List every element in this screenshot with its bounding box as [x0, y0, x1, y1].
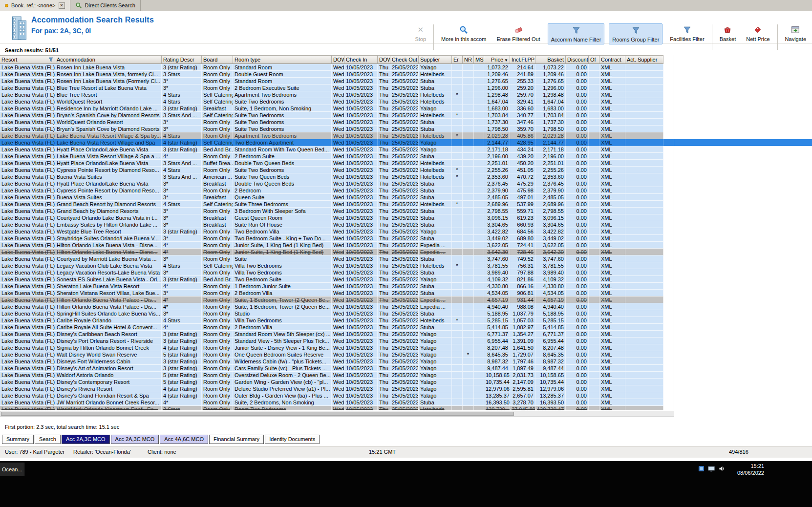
more-in-accom-button[interactable]: More in this accom — [438, 23, 489, 43]
table-row[interactable]: Lake Buena Vista (FL)Courtyard by Marrio… — [0, 255, 663, 262]
tab-direct-clients-search[interactable]: Direct Clients Search — [70, 0, 141, 11]
col-header-price[interactable]: Price▼ — [484, 55, 510, 64]
table-row[interactable]: Lake Buena Vista (FL)Bryan's Spanish Cov… — [0, 112, 663, 119]
nett-price-button[interactable]: Nett Price — [743, 23, 772, 43]
col-header-resort[interactable]: Resort — [0, 55, 55, 64]
col-header-dow-out[interactable]: DOW — [378, 55, 390, 64]
table-row[interactable]: Lake Buena Vista (FL)Buena Vista Suites3… — [0, 173, 663, 180]
col-header-discount[interactable]: Discount — [566, 55, 589, 64]
table-row[interactable]: Lake Buena Vista (FL)Disney's Contempora… — [0, 379, 663, 385]
tab-acc-4a6c-mco[interactable]: Acc 4A,6C MCO — [160, 435, 208, 444]
price-tag-icon — [753, 25, 762, 35]
table-row[interactable]: Lake Buena Vista (FL)Hyatt Place Orlando… — [0, 160, 663, 167]
erase-filtered-button[interactable]: Erase Filtered Out — [493, 23, 543, 43]
table-row[interactable]: Lake Buena Vista (FL)Hyatt Place Orlando… — [0, 146, 663, 153]
table-row[interactable]: Lake Buena Vista (FL)Sonesta ES Suites L… — [0, 276, 663, 283]
table-row[interactable]: Lake Buena Vista (FL)Lake Buena Vista Re… — [0, 139, 663, 146]
tray-app-icon[interactable] — [698, 465, 705, 472]
col-header-ms[interactable]: MS — [474, 55, 484, 64]
table-row[interactable]: Lake Buena Vista (FL)Disney's Caribbean … — [0, 331, 663, 338]
table-row[interactable]: Lake Buena Vista (FL)Grand Beach Resort … — [0, 201, 663, 208]
table-row[interactable]: Lake Buena Vista (FL)Hyatt Place Orlando… — [0, 180, 663, 187]
table-row[interactable]: Lake Buena Vista (FL)Sheraton Lake Buena… — [0, 283, 663, 290]
scrollbar-thumb[interactable] — [1, 412, 514, 416]
table-row[interactable]: Lake Buena Vista (FL)Signia by Hilton Or… — [0, 344, 663, 351]
table-row[interactable]: Lake Buena Vista (FL)Disneys Fort Wilder… — [0, 358, 663, 365]
taskbar-clock[interactable]: 15:21 08/06/2022 — [737, 463, 764, 477]
table-row[interactable]: Lake Buena Vista (FL)Disney's Port Orlea… — [0, 338, 663, 344]
table-row[interactable]: Lake Buena Vista (FL)Hilton Orlando Lake… — [0, 249, 663, 255]
taskbar-app-button[interactable]: Ocean... — [0, 463, 24, 476]
table-row[interactable]: Lake Buena Vista (FL)Hilton Orlando Buen… — [0, 296, 663, 303]
table-row[interactable]: Lake Buena Vista (FL)Courtyard Orlando L… — [0, 214, 663, 221]
table-row[interactable]: Lake Buena Vista (FL)Blue Tree Resort4 S… — [0, 91, 663, 98]
table-row[interactable]: Lake Buena Vista (FL)Waldorf Astoria Orl… — [0, 372, 663, 379]
table-row[interactable]: Lake Buena Vista (FL)Westgate Blue Tree … — [0, 228, 663, 235]
tab-booking-ref[interactable]: Book. ref.: <none> ✕ — [0, 0, 70, 11]
col-header-of[interactable]: Of — [589, 55, 599, 64]
table-row[interactable]: Lake Buena Vista (FL)Rosen Inn Lake Buen… — [0, 78, 663, 84]
table-row[interactable]: Lake Buena Vista (FL)Disney's Art of Ani… — [0, 365, 663, 372]
table-row[interactable]: Lake Buena Vista (FL)Cypress Pointe Reso… — [0, 167, 663, 173]
col-header-supplier[interactable]: Supplier — [419, 55, 452, 64]
tab-summary[interactable]: Summary — [2, 435, 34, 444]
tray-volume-icon[interactable] — [719, 465, 725, 472]
table-row[interactable]: Lake Buena Vista (FL)SpringHill Suites O… — [0, 310, 663, 317]
close-tab-icon[interactable]: ✕ — [59, 2, 65, 9]
table-row[interactable]: Lake Buena Vista (FL)Legacy Vacation Res… — [0, 269, 663, 276]
table-row[interactable]: Lake Buena Vista (FL)Disney's Grand Flor… — [0, 392, 663, 399]
table-row[interactable]: Lake Buena Vista (FL)Caribe Royale Orlan… — [0, 317, 663, 324]
col-header-check-out[interactable]: Check Out — [390, 55, 419, 64]
table-row[interactable]: Lake Buena Vista (FL)Walt Disney World S… — [0, 351, 663, 358]
tab-search[interactable]: Search — [35, 435, 61, 444]
col-header-er[interactable]: Er — [452, 55, 463, 64]
table-row[interactable]: Lake Buena Vista (FL)Caribe Royale All-S… — [0, 324, 663, 331]
table-row[interactable]: Lake Buena Vista (FL)Lake Buena Vista Re… — [0, 132, 663, 139]
col-header-room-type[interactable]: Room type — [233, 55, 332, 64]
table-row[interactable]: Lake Buena Vista (FL)WorldQuest Orlando … — [0, 119, 663, 126]
col-header-rating[interactable]: Rating Descr — [162, 55, 202, 64]
table-row[interactable]: Lake Buena Vista (FL)Rosen Inn Lake Buen… — [0, 71, 663, 78]
navigate-button[interactable]: Navigate — [782, 23, 809, 43]
table-row[interactable]: Lake Buena Vista (FL)Buena Vista Suites3… — [0, 194, 663, 201]
table-row[interactable]: Lake Buena Vista (FL)JW Marriott Orlando… — [0, 399, 663, 406]
table-row[interactable]: Lake Buena Vista (FL)Bryan's Spanish Cov… — [0, 126, 663, 132]
table-row[interactable]: Lake Buena Vista (FL)Staybridge Suites O… — [0, 235, 663, 242]
col-header-dow-in[interactable]: DOW — [332, 55, 344, 64]
column-filter-funnel-icon[interactable] — [48, 57, 53, 62]
col-header-contract[interactable]: Contract — [599, 55, 625, 64]
tab-identity-documents[interactable]: Identity Documents — [265, 435, 320, 444]
basket-button[interactable]: Basket — [717, 23, 739, 43]
table-row[interactable]: Lake Buena Vista (FL)Rosen Inn Lake Buen… — [0, 64, 663, 71]
col-header-accommodation[interactable]: Accommodation — [55, 55, 162, 64]
table-row[interactable]: Lake Buena Vista (FL)Cypress Pointe Reso… — [0, 187, 663, 194]
col-header-basket[interactable]: Basket — [535, 55, 566, 64]
table-row[interactable]: Lake Buena Vista (FL)Sheraton Vistana Re… — [0, 290, 663, 296]
col-header-nr[interactable]: NR — [463, 55, 474, 64]
horizontal-scrollbar[interactable] — [0, 411, 674, 417]
accomm-name-filter-button[interactable]: Accomm Name Filter — [548, 23, 605, 44]
tray-display-icon[interactable] — [708, 466, 715, 472]
rooms-group-filter-button[interactable]: Rooms Group Filter — [609, 23, 662, 44]
table-row[interactable]: Lake Buena Vista (FL)Residence Inn by Ma… — [0, 105, 663, 112]
table-row[interactable]: Lake Buena Vista (FL)Grand Beach by Diam… — [0, 208, 663, 214]
table-row[interactable]: Lake Buena Vista (FL)Disney's Riviera Re… — [0, 385, 663, 392]
col-header-board[interactable]: Board — [202, 55, 233, 64]
tab-acc-2a3c-mco[interactable]: Acc 2A,3C MCO — [111, 435, 159, 444]
tab-financial-summary[interactable]: Financial Summary — [209, 435, 264, 444]
facilities-filter-button[interactable]: Facilities Filter — [667, 23, 707, 43]
facilities-filter-label: Facilities Filter — [670, 36, 704, 42]
table-row[interactable]: Lake Buena Vista (FL)Hilton Orlando Buen… — [0, 303, 663, 310]
table-row[interactable]: Lake Buena Vista (FL)Embassy Suites by H… — [0, 221, 663, 228]
table-row[interactable]: Lake Buena Vista (FL)Blue Tree Resort at… — [0, 84, 663, 91]
table-row[interactable]: Lake Buena Vista (FL)WorldQuest Resort4 … — [0, 98, 663, 105]
col-header-incl-fl-pp[interactable]: Incl.Fl.PP — [510, 55, 535, 64]
table-row[interactable]: Lake Buena Vista (FL)WorldMark Orlando K… — [0, 406, 663, 410]
col-header-act-supplier[interactable]: Act. Supplier — [625, 55, 663, 64]
table-row[interactable]: Lake Buena Vista (FL)Hilton Orlando Lake… — [0, 242, 663, 249]
status-retailer: Retailer: 'Ocean-Florida' — [73, 449, 131, 455]
table-row[interactable]: Lake Buena Vista (FL)Lake Buena Vista Re… — [0, 153, 663, 160]
tab-acc-2a3c-mco-active[interactable]: Acc 2A,3C MCO — [62, 435, 110, 444]
table-row[interactable]: Lake Buena Vista (FL)Legacy Vacation Clu… — [0, 262, 663, 269]
col-header-check-in[interactable]: Check In — [344, 55, 378, 64]
